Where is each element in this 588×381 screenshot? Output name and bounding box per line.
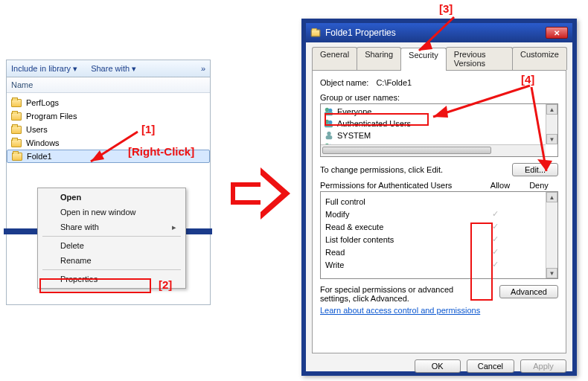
close-button[interactable]: ✕ (546, 27, 568, 39)
svg-point-2 (325, 108, 329, 112)
svg-marker-18 (537, 159, 552, 171)
permission-row: Modify✓ (325, 208, 553, 220)
file-name: Folde1 (27, 152, 52, 161)
advanced-button[interactable]: Advanced (499, 285, 558, 298)
permission-name: List folder contents (325, 235, 476, 244)
ctx-delete[interactable]: Delete (39, 238, 184, 253)
deny-check (529, 247, 539, 257)
ctx-open-new-window[interactable]: Open in new window (39, 205, 184, 220)
cancel-button[interactable]: Cancel (467, 359, 514, 373)
column-header-name[interactable]: Name (7, 77, 210, 93)
object-name-value: C:\Folde1 (376, 78, 412, 87)
svg-marker-16 (433, 106, 448, 118)
svg-rect-9 (326, 135, 333, 139)
dialog-title: Folde1 Properties (325, 28, 396, 38)
folder-icon (11, 99, 22, 107)
toolbar-share[interactable]: Share with (91, 64, 136, 74)
context-menu: Open Open in new window Share with Delet… (37, 188, 186, 289)
allow-check: ✓ (490, 209, 500, 219)
permission-name: Read (325, 248, 476, 257)
object-name-label: Object name: (320, 78, 368, 87)
special-permissions-text: For special permissions or advanced sett… (320, 285, 484, 303)
svg-line-17 (531, 87, 546, 171)
properties-dialog: Folde1 Properties ✕ General Sharing Secu… (301, 19, 577, 376)
list-item[interactable]: Program Files (7, 109, 210, 123)
ctx-open[interactable]: Open (39, 190, 184, 205)
svg-marker-14 (419, 40, 432, 51)
folder-icon (11, 112, 22, 121)
dialog-buttons: OK Cancel Apply (312, 353, 566, 373)
annotation-1: [1] (141, 123, 155, 135)
permission-row: Read✓ (325, 246, 553, 258)
svg-line-15 (433, 86, 530, 117)
user-icon (324, 130, 334, 141)
scroll-up-icon[interactable]: ▲ (546, 192, 557, 202)
ctx-separator (42, 236, 181, 237)
toolbar-more[interactable]: » (201, 64, 205, 73)
permission-row: Read & execute✓ (325, 220, 553, 233)
folder-icon (11, 139, 22, 147)
file-name: Users (26, 125, 48, 134)
big-arrow-icon (231, 167, 294, 220)
permission-name: Read & execute (325, 222, 476, 231)
arrow-3 (413, 13, 465, 58)
tab-sharing[interactable]: Sharing (357, 47, 401, 70)
highlight-everyone (325, 113, 429, 126)
file-name: PerfLogs (26, 98, 59, 107)
tab-customize[interactable]: Customize (512, 47, 567, 70)
deny-check (529, 260, 539, 269)
permission-row: Full control (325, 195, 553, 208)
permission-name: Full control (325, 197, 476, 206)
file-name: Program Files (26, 112, 77, 121)
ok-button[interactable]: OK (415, 359, 461, 373)
arrow-1 (82, 128, 141, 169)
deny-check (529, 196, 539, 206)
file-name: Windows (26, 138, 60, 147)
explorer-toolbar: Include in library Share with » (7, 60, 210, 77)
annotation-2: [2] (159, 278, 172, 291)
highlight-properties (39, 278, 151, 293)
tab-general[interactable]: General (312, 47, 357, 70)
svg-marker-1 (91, 150, 104, 161)
toolbar-include[interactable]: Include in library (11, 64, 77, 74)
permission-row: Write✓ (325, 258, 553, 271)
scroll-down-icon[interactable]: ▼ (546, 268, 557, 278)
highlight-allow-column (470, 222, 493, 301)
vertical-scrollbar[interactable]: ▲ ▼ (546, 192, 557, 278)
svg-point-8 (327, 132, 330, 135)
allow-check (490, 196, 500, 206)
arrow-4 (418, 83, 560, 188)
deny-check (529, 234, 539, 244)
deny-check (529, 209, 539, 219)
group-item-label: SYSTEM (337, 131, 371, 140)
folder-icon (311, 29, 321, 36)
apply-button[interactable]: Apply (520, 359, 566, 373)
permissions-listbox[interactable]: Full controlModify✓Read & execute✓List f… (320, 191, 558, 279)
permission-row: List folder contents✓ (325, 233, 553, 246)
permission-name: Write (325, 260, 476, 269)
ctx-share-with[interactable]: Share with (39, 220, 184, 234)
permission-name: Modify (325, 210, 476, 219)
ctx-separator (42, 269, 181, 270)
folder-icon (11, 126, 22, 134)
list-item[interactable]: PerfLogs (7, 96, 210, 109)
learn-link[interactable]: Learn about access control and permissio… (320, 306, 480, 315)
folder-icon (12, 153, 22, 161)
deny-check (529, 222, 539, 231)
ctx-rename[interactable]: Rename (39, 253, 184, 268)
